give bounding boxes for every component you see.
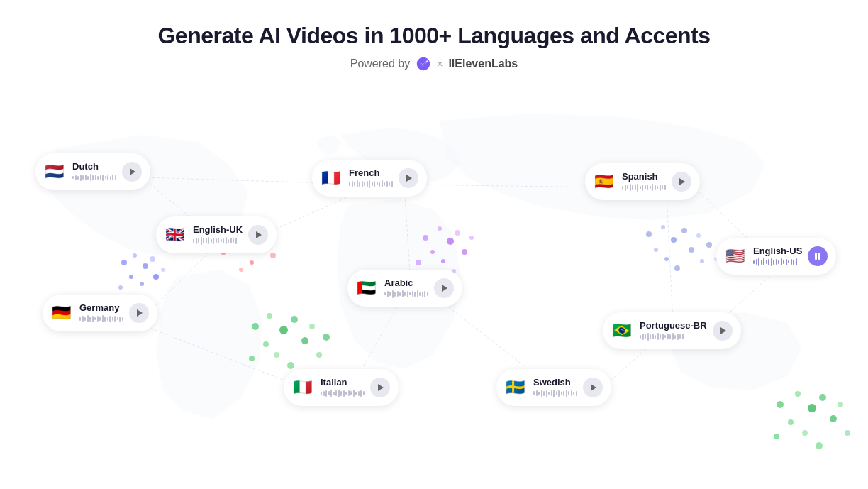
english-uk-waveform [193,236,243,245]
dutch-play-icon [130,168,135,175]
spanish-card: 🇪🇸 Spanish [585,163,700,200]
dutch-info: Dutch [72,162,116,182]
arabic-flag: 🇦🇪 [353,275,379,301]
arabic-name: Arabic [384,278,428,287]
swedish-card: 🇸🇪 Swedish [496,369,611,406]
germany-info: Germany [79,303,123,323]
swedish-flag: 🇸🇪 [502,375,528,400]
arabic-play-icon [442,285,447,292]
italian-waveform [321,389,365,397]
veed-icon [416,56,431,72]
english-us-pause-button[interactable] [808,246,828,266]
dutch-card: 🇳🇱 Dutch [35,153,150,190]
header-section: Generate AI Videos in 1000+ Languages an… [0,0,868,72]
svg-rect-80 [818,253,820,260]
english-uk-play-icon [256,231,262,238]
french-info: French [349,168,393,188]
portuguese-br-card: 🇧🇷 Portuguese-BR [603,312,741,349]
pause-icon [813,252,822,260]
portuguese-br-name: Portuguese-BR [640,321,707,330]
french-play-button[interactable] [399,168,418,188]
dutch-name: Dutch [72,162,116,171]
germany-flag: 🇩🇪 [48,300,74,326]
english-us-waveform [753,258,802,266]
italian-play-button[interactable] [370,378,390,397]
french-card: 🇫🇷 French [312,160,427,197]
portuguese-br-play-icon [720,327,726,334]
svg-rect-79 [815,253,817,260]
germany-play-button[interactable] [129,303,149,323]
swedish-waveform [533,389,577,397]
english-uk-flag: 🇬🇧 [162,222,187,248]
english-uk-play-button[interactable] [248,225,268,245]
spanish-name: Spanish [622,172,666,181]
portuguese-br-play-button[interactable] [713,321,733,341]
subtitle: Powered by × IIElevenLabs [0,56,868,72]
italian-flag: 🇮🇹 [289,375,315,400]
portuguese-br-waveform [640,332,707,341]
english-us-flag: 🇺🇸 [722,243,747,269]
portuguese-br-info: Portuguese-BR [640,321,707,341]
elevenlabs-label: IIElevenLabs [448,57,518,70]
germany-card: 🇩🇪 Germany [43,295,157,331]
english-uk-card: 🇬🇧 English-UK [156,216,277,253]
arabic-info: Arabic [384,278,428,298]
powered-by-text: Powered by [350,57,411,70]
english-us-card: 🇺🇸 English-US [716,238,836,275]
arabic-waveform [384,290,428,298]
english-uk-info: English-UK [193,225,243,245]
dutch-waveform [72,173,116,182]
french-waveform [349,180,393,188]
spanish-waveform [622,183,666,192]
cross-symbol: × [437,58,443,70]
main-title: Generate AI Videos in 1000+ Languages an… [0,23,868,49]
germany-name: Germany [79,303,123,312]
spanish-info: Spanish [622,172,666,192]
spanish-flag: 🇪🇸 [591,169,616,194]
map-container: .conn-line { stroke: #d0d8f0; stroke-wid… [0,78,868,489]
swedish-info: Swedish [533,378,577,397]
lang-cards-layer: 🇳🇱 Dutch [0,78,868,489]
dutch-flag: 🇳🇱 [41,159,67,185]
spanish-play-button[interactable] [672,172,691,192]
portuguese-br-flag: 🇧🇷 [608,318,634,344]
italian-card: 🇮🇹 Italian [284,369,399,406]
swedish-play-icon [591,384,596,391]
french-name: French [349,168,393,177]
spanish-play-icon [679,178,685,185]
swedish-name: Swedish [533,378,577,387]
swedish-play-button[interactable] [583,378,603,397]
english-us-name: English-US [753,246,802,256]
dutch-play-button[interactable] [122,162,142,182]
english-uk-name: English-UK [193,225,243,234]
germany-play-icon [137,309,143,317]
french-flag: 🇫🇷 [318,165,343,191]
germany-waveform [79,314,123,323]
italian-name: Italian [321,378,365,387]
arabic-card: 🇦🇪 Arabic [347,270,462,307]
english-us-info: English-US [753,246,802,266]
veed-logo [416,56,431,72]
italian-info: Italian [321,378,365,397]
arabic-play-button[interactable] [434,278,454,298]
french-play-icon [406,175,412,182]
italian-play-icon [378,384,384,391]
